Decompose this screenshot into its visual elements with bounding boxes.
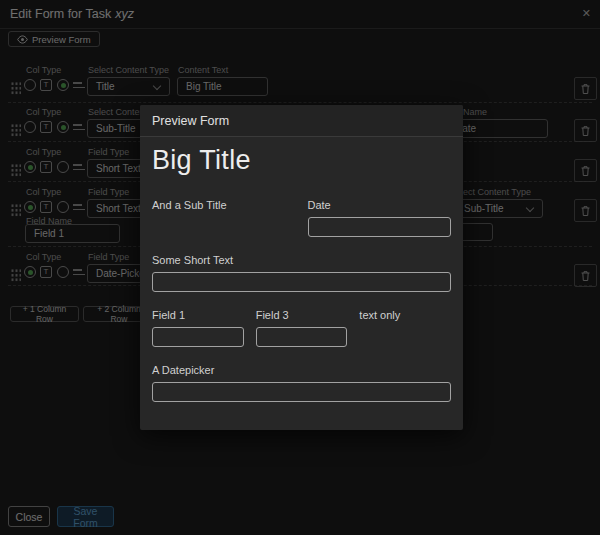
short-text-label: Some Short Text xyxy=(152,254,451,266)
preview-form-modal: Preview Form Big Title And a Sub Title D… xyxy=(140,105,463,430)
preview-row: A Datepicker xyxy=(152,364,451,402)
modal-body: Big Title And a Sub Title Date Some Shor… xyxy=(140,137,463,402)
preview-subtitle: And a Sub Title xyxy=(152,199,296,211)
preview-field3: Field 3 xyxy=(256,309,348,347)
preview-row: And a Sub Title Date xyxy=(152,199,451,237)
field3-label: Field 3 xyxy=(256,309,348,321)
datepicker-label: A Datepicker xyxy=(152,364,451,376)
preview-row: Some Short Text xyxy=(152,254,451,292)
preview-row: Field 1 Field 3 text only xyxy=(152,309,451,347)
preview-date-field: Date xyxy=(308,199,452,237)
date-input[interactable] xyxy=(308,217,452,237)
field1-input[interactable] xyxy=(152,327,244,347)
modal-title: Preview Form xyxy=(140,105,463,137)
short-text-input[interactable] xyxy=(152,272,451,292)
field3-input[interactable] xyxy=(256,327,348,347)
preview-field1: Field 1 xyxy=(152,309,244,347)
datepicker-input[interactable] xyxy=(152,382,451,402)
field1-label: Field 1 xyxy=(152,309,244,321)
preview-heading: Big Title xyxy=(152,145,451,175)
date-label: Date xyxy=(308,199,452,211)
text-only-content: text only xyxy=(359,309,451,321)
